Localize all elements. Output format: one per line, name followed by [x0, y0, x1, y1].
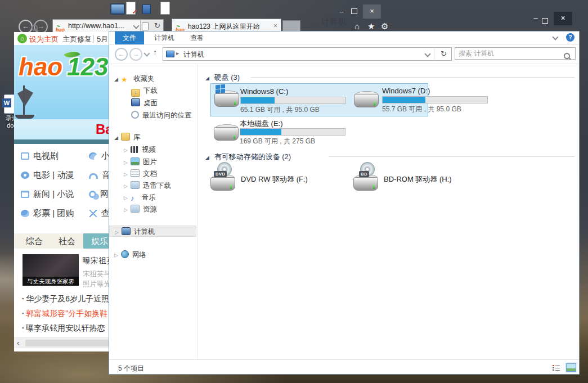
nav-network[interactable]: ▷网络	[114, 249, 146, 260]
expander-closed-icon[interactable]: ▷	[124, 181, 131, 192]
ribbon-tab-computer[interactable]: 计算机	[146, 31, 182, 44]
desktop-icon	[131, 98, 140, 106]
desktop: W 录过 doc ✓ – × ← → hao http://www.hao1..…	[0, 0, 588, 383]
explorer-toolbar: ← → ↑ ▸ 计算机 ↻	[109, 45, 579, 64]
hao123-logo[interactable]: hao	[19, 53, 62, 81]
hao123-logo-numbers[interactable]: 123	[67, 53, 108, 81]
nav-pictures[interactable]: ▷图片	[124, 156, 157, 168]
expander-closed-icon[interactable]: ▷	[115, 227, 122, 238]
nav-desktop[interactable]: 桌面	[131, 97, 158, 109]
refresh-icon[interactable]: ↻	[154, 21, 160, 30]
document-icon	[131, 169, 140, 177]
headphones-icon	[89, 173, 98, 179]
homepage-repair-link[interactable]: 主页修复	[62, 34, 92, 44]
tab-society[interactable]: 社会	[51, 233, 83, 249]
nav-recent-places[interactable]: 最近访问的位置	[131, 110, 192, 121]
news-subtext: 照片曝光	[83, 280, 111, 289]
details-view-icon[interactable]	[553, 364, 560, 371]
nav-item-tv[interactable]: 电视剧	[21, 151, 59, 161]
set-homepage-link[interactable]: 设为主页	[29, 34, 59, 44]
expander-open-icon[interactable]: ◢	[114, 132, 121, 143]
nav-item-movies[interactable]: 电影 | 动漫	[21, 170, 74, 181]
headline-link[interactable]: ▪曝李承铉用安以轩热恋	[22, 323, 105, 334]
item-count: 5 个项目	[118, 364, 144, 373]
expander-closed-icon[interactable]: ▷	[114, 250, 121, 261]
folder-icon	[121, 133, 130, 141]
balloons-icon	[89, 152, 97, 160]
explorer-close-button[interactable]: ×	[554, 12, 572, 25]
address-bar[interactable]: ▸ 计算机 ↻	[163, 47, 452, 61]
ie-close-button[interactable]: ×	[363, 4, 381, 19]
explorer-window: 文件 计算机 查看 ? ← → ↑ ▸ 计算机 ↻ ◢★收藏夹	[109, 31, 580, 375]
ribbon-tab-view[interactable]: 查看	[182, 31, 212, 44]
ie-minimize-button[interactable]: –	[336, 7, 347, 16]
forward-button[interactable]: →	[129, 48, 142, 61]
tab-close-icon[interactable]: ×	[273, 22, 277, 30]
tab-general[interactable]: 综合	[18, 233, 51, 249]
status-bar: 5 个项目	[109, 359, 579, 375]
drive-tile-e[interactable]: 本地磁盘 (E:) 169 GB 可用 , 共 275 GB	[210, 116, 427, 148]
headline-link[interactable]: ▪郭富城形容"分手如换鞋	[22, 309, 107, 319]
nav-item-lottery[interactable]: 彩票 | 团购	[21, 208, 74, 219]
library-folder-icon	[131, 205, 140, 213]
tab-title: hao123 上网从这里开始	[188, 22, 259, 31]
nav-downloads[interactable]: ↓下载	[131, 85, 158, 96]
device-tile-bd[interactable]: BD BD-ROM 驱动器 (H:)	[352, 162, 493, 193]
help-icon[interactable]: ?	[566, 33, 574, 42]
news-thumbnail[interactable]: 与丈夫现身张家界	[23, 254, 79, 286]
compatibility-page-icon[interactable]	[142, 22, 149, 30]
thumbnail-caption: 与丈夫现身张家界	[23, 277, 79, 286]
headline-link[interactable]: ▪华少妻子及6岁儿子近照	[22, 294, 109, 304]
nav-documents[interactable]: ▷文档	[124, 168, 157, 179]
group-header-hard-disks[interactable]: ◢ 硬盘 (3)	[205, 73, 240, 83]
expander-closed-icon[interactable]: ▷	[124, 169, 131, 180]
promo-link[interactable]: 5月	[97, 34, 108, 44]
ribbon-tab-row: 文件 计算机 查看 ?	[109, 31, 579, 45]
group-header-removable[interactable]: ◢ 有可移动存储的设备 (2)	[205, 152, 291, 162]
nav-computer[interactable]: ▷计算机	[109, 226, 196, 237]
home-icon[interactable]: ⌂	[354, 21, 360, 31]
search-input[interactable]	[455, 47, 576, 60]
ie-maximize-button[interactable]	[351, 8, 357, 14]
ribbon-tab-file[interactable]: 文件	[115, 31, 144, 44]
thumbnail-view-icon[interactable]	[566, 363, 576, 372]
expander-closed-icon[interactable]: ▷	[124, 145, 131, 156]
expand-ribbon-chevron-icon[interactable]	[552, 34, 558, 40]
breadcrumb-separator: ▸	[176, 50, 179, 56]
device-tile-dvd[interactable]: DVD DVD RW 驱动器 (F:)	[209, 162, 350, 193]
breadcrumb-computer[interactable]: 计算机	[183, 50, 205, 60]
back-button[interactable]: ←	[115, 48, 128, 61]
address-dropdown-chevron-icon[interactable]	[424, 51, 430, 57]
nav-libraries[interactable]: ◢库	[114, 132, 141, 143]
scroll-left-arrow[interactable]: ‹	[17, 339, 19, 347]
nav-music[interactable]: ▷♪音乐	[124, 192, 156, 203]
expander-open-icon[interactable]: ◢	[114, 74, 121, 85]
recent-locations-chevron-icon[interactable]	[143, 50, 150, 56]
nav-resources[interactable]: ▷资源	[124, 204, 157, 215]
refresh-icon[interactable]: ↻	[441, 49, 447, 58]
explorer-minimize-button[interactable]: –	[531, 13, 540, 22]
nav-videos[interactable]: ▷视频	[124, 144, 156, 155]
search-icon[interactable]	[32, 25, 38, 31]
hard-drive-icon	[214, 91, 239, 107]
expander-closed-icon[interactable]: ▷	[124, 192, 131, 204]
drive-tile-d[interactable]: Windows7 (D:) 55.7 GB 可用 , 共 95.0 GB	[351, 83, 567, 115]
windows-logo-icon	[216, 85, 220, 89]
up-button[interactable]: ↑	[153, 48, 157, 57]
scrollbar-thumb[interactable]	[25, 340, 109, 346]
wrench-icon	[89, 210, 97, 217]
gear-icon[interactable]: ⚙	[381, 21, 388, 31]
favorites-star-icon[interactable]: ★	[367, 21, 375, 31]
expander-open-icon[interactable]: ◢	[205, 155, 212, 160]
nav-favorites[interactable]: ◢★收藏夹	[114, 73, 155, 84]
expander-open-icon[interactable]: ◢	[205, 75, 212, 81]
expander-closed-icon[interactable]: ▷	[124, 157, 131, 168]
explorer-maximize-button[interactable]	[542, 16, 548, 26]
drive-capacity: 65.1 GB 可用 , 共 95.0 GB	[240, 105, 320, 115]
news-icon	[21, 191, 29, 198]
expander-closed-icon[interactable]: ▷	[124, 204, 131, 215]
chevron-down-icon[interactable]	[133, 22, 139, 29]
nav-item-news[interactable]: 新闻 | 小说	[21, 189, 74, 200]
bd-badge: BD	[359, 171, 369, 177]
nav-thunder-downloads[interactable]: ▷迅雷下载	[124, 180, 171, 191]
